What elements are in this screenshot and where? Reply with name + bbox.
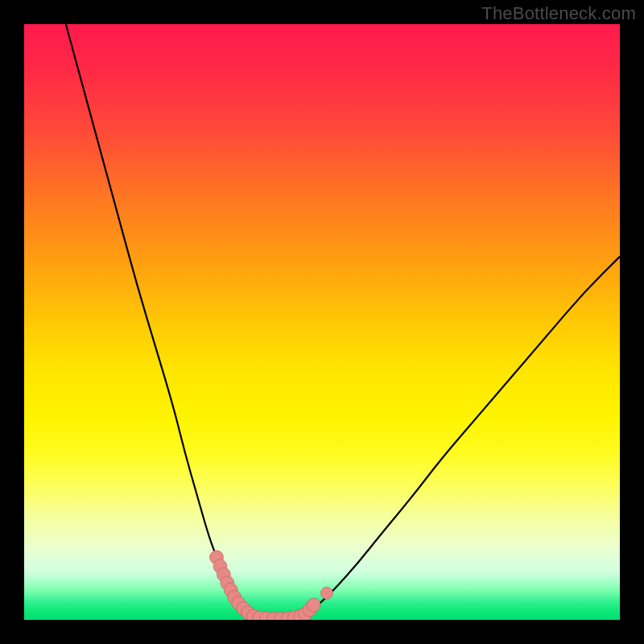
- left-branch-curve: [66, 24, 250, 617]
- data-marker: [307, 598, 320, 612]
- watermark-text: TheBottleneck.com: [481, 3, 636, 24]
- data-markers: [210, 551, 333, 620]
- plot-area: [24, 24, 620, 620]
- right-branch-curve: [304, 257, 620, 615]
- data-marker: [320, 587, 332, 599]
- curves-svg: [24, 24, 620, 620]
- outer-frame: TheBottleneck.com: [0, 0, 644, 644]
